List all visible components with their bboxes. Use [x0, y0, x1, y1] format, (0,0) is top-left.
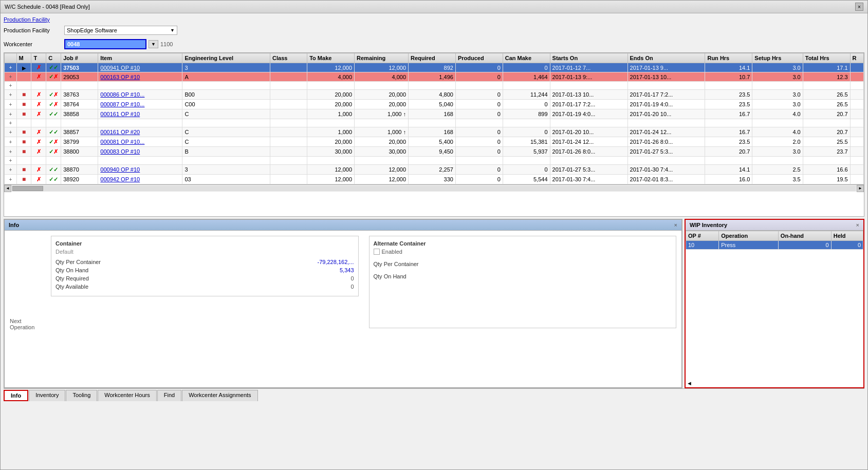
expand-cell[interactable]: +: [5, 109, 17, 119]
expand-cell[interactable]: +: [5, 175, 17, 184]
expand-cell[interactable]: +: [5, 165, 17, 175]
col-header-r[interactable]: R: [850, 53, 863, 63]
col-header-tomake[interactable]: To Make: [307, 53, 355, 63]
expand-cell[interactable]: +: [5, 127, 17, 137]
scroll-right-button[interactable]: ►: [857, 185, 864, 192]
production-facility-dropdown[interactable]: ShopEdge Software ▼: [64, 26, 177, 35]
col-header-engineering[interactable]: Engineering Level: [182, 53, 270, 63]
item-link[interactable]: 000081 OP #10...: [100, 139, 144, 145]
table-row[interactable]: + ■ ✗ ✓✓ 38857 000161 OP #20 C 1,000 1,0…: [5, 127, 864, 137]
wip-col-op[interactable]: OP #: [686, 231, 719, 241]
item-cell[interactable]: [98, 119, 182, 127]
item-link[interactable]: 000161 OP #10: [100, 111, 140, 117]
item-cell[interactable]: 000163 OP #10: [98, 72, 182, 82]
expand-cell[interactable]: +: [5, 100, 17, 109]
col-header-runhrs[interactable]: Run Hrs: [705, 53, 752, 63]
table-row[interactable]: +: [5, 157, 864, 165]
table-row[interactable]: + ■ ✗ ✓✗ 38800 000083 OP #10 B 30,000 30…: [5, 147, 864, 157]
table-scrollbar[interactable]: ◄ ►: [4, 184, 864, 192]
bottom-tab-inventory[interactable]: Inventory: [29, 390, 65, 401]
col-header-item[interactable]: Item: [98, 53, 182, 63]
table-row[interactable]: + ■ ✗ ✓✗ 38763 000086 OP #10... B00 20,0…: [5, 90, 864, 100]
table-row[interactable]: + ■ ✗ ✓✓ 38920 000942 OP #10 03 12,000 1…: [5, 175, 864, 184]
bottom-tab-info[interactable]: Info: [4, 390, 28, 401]
scroll-left-button[interactable]: ◄: [4, 185, 11, 192]
item-cell[interactable]: 000161 OP #20: [98, 127, 182, 137]
wip-scroll-bar[interactable]: ◄: [686, 379, 863, 387]
col-header-canmake[interactable]: Can Make: [503, 53, 550, 63]
wip-scroll-left-icon[interactable]: ◄: [686, 379, 693, 387]
production-facility-link[interactable]: Production Facility: [4, 16, 864, 23]
col-header-t[interactable]: T: [31, 53, 46, 63]
expand-cell[interactable]: +: [5, 147, 17, 157]
table-row[interactable]: +: [5, 82, 864, 90]
expand-cell[interactable]: +: [5, 82, 17, 90]
table-row[interactable]: + ▶ ✗ ✓✓ 37503 000941 OP #10 3 12,000 12…: [5, 63, 864, 72]
col-header-m[interactable]: M: [16, 53, 31, 63]
table-row[interactable]: + ■ ✗ ✓✗ 38799 000081 OP #10... C 20,000…: [5, 137, 864, 147]
item-link[interactable]: 000941 OP #10: [100, 65, 140, 71]
item-link[interactable]: 000940 OP #10: [100, 166, 140, 173]
col-header-class[interactable]: Class: [270, 53, 307, 63]
item-link[interactable]: 000163 OP #10: [100, 74, 140, 80]
wip-panel-close-button[interactable]: ×: [856, 222, 859, 228]
col-header-setuphrs[interactable]: Setup Hrs: [752, 53, 803, 63]
eng-cell: C: [182, 109, 270, 119]
expand-cell[interactable]: +: [5, 119, 17, 127]
item-cell[interactable]: 000940 OP #10: [98, 165, 182, 175]
col-header-remaining[interactable]: Remaining: [355, 53, 409, 63]
item-cell[interactable]: 000086 OP #10...: [98, 90, 182, 100]
wip-panel: WIP Inventory × OP # Operation On-hand H…: [685, 219, 864, 388]
item-cell[interactable]: 000083 OP #10: [98, 147, 182, 157]
bottom-tab-tooling[interactable]: Tooling: [66, 390, 97, 401]
expand-cell[interactable]: +: [5, 90, 17, 100]
info-panel-close-button[interactable]: ×: [674, 222, 677, 228]
wip-row[interactable]: 10 Press 0 0: [686, 241, 863, 250]
expand-cell[interactable]: +: [5, 137, 17, 147]
item-cell[interactable]: 000942 OP #10: [98, 175, 182, 184]
table-row[interactable]: + ■ ✗ ✓✗ 38764 000087 OP #10... C00 20,0…: [5, 100, 864, 109]
workcenter-input[interactable]: [64, 39, 146, 49]
remaining-cell: 12,000: [355, 175, 409, 184]
table-row[interactable]: + ■ ✗ ✓✓ 38870 000940 OP #10 3 12,000 12…: [5, 165, 864, 175]
col-header-produced[interactable]: Produced: [455, 53, 503, 63]
item-link[interactable]: 000942 OP #10: [100, 176, 140, 182]
col-header-startson[interactable]: Starts On: [550, 53, 627, 63]
scroll-thumb[interactable]: [12, 186, 43, 191]
item-cell[interactable]: 000161 OP #10: [98, 109, 182, 119]
item-link[interactable]: 000161 OP #20: [100, 129, 140, 135]
item-link[interactable]: 000086 OP #10...: [100, 91, 144, 98]
item-cell[interactable]: 000941 OP #10: [98, 63, 182, 72]
col-header-endson[interactable]: Ends On: [627, 53, 705, 63]
wip-col-operation[interactable]: Operation: [719, 231, 779, 241]
item-cell[interactable]: [98, 157, 182, 165]
item-link[interactable]: 000087 OP #10...: [100, 101, 144, 107]
item-link[interactable]: 000083 OP #10: [100, 148, 140, 155]
runhrs-cell: 10.7: [705, 72, 752, 82]
table-scroll-wrapper[interactable]: M T C Job # Item Engineering Level Class…: [4, 53, 864, 184]
window-close-button[interactable]: ×: [855, 3, 863, 11]
col-header-required[interactable]: Required: [409, 53, 456, 63]
item-cell[interactable]: 000087 OP #10...: [98, 100, 182, 109]
bottom-tab-workcenter-assignments[interactable]: Workcenter Assignments: [182, 390, 257, 401]
table-row[interactable]: +: [5, 119, 864, 127]
table-row[interactable]: + ✗ ✓✗ 29053 000163 OP #10 A 4,000 4,000…: [5, 72, 864, 82]
wip-col-held[interactable]: Held: [831, 231, 863, 241]
item-cell[interactable]: [98, 82, 182, 90]
bottom-tab-workcenter-hours[interactable]: Workcenter Hours: [98, 390, 156, 401]
col-header-job[interactable]: Job #: [61, 53, 98, 63]
scroll-track[interactable]: [12, 186, 856, 191]
job-cell: [61, 157, 98, 165]
item-cell[interactable]: 000081 OP #10...: [98, 137, 182, 147]
wip-table-container: OP # Operation On-hand Held 10 Press 0 0: [686, 231, 863, 378]
totalhrs-cell: 12.3: [803, 72, 850, 82]
expand-cell[interactable]: +: [5, 157, 17, 165]
col-header-c[interactable]: C: [46, 53, 61, 63]
enabled-checkbox[interactable]: [374, 249, 380, 255]
wip-col-onhand[interactable]: On-hand: [778, 231, 831, 241]
expand-cell[interactable]: +: [5, 72, 17, 82]
col-header-totalhrs[interactable]: Total Hrs: [803, 53, 850, 63]
bottom-tab-find[interactable]: Find: [157, 390, 181, 401]
table-row[interactable]: + ■ ✗ ✓✓ 38858 000161 OP #10 C 1,000 1,0…: [5, 109, 864, 119]
expand-cell[interactable]: +: [5, 63, 17, 72]
